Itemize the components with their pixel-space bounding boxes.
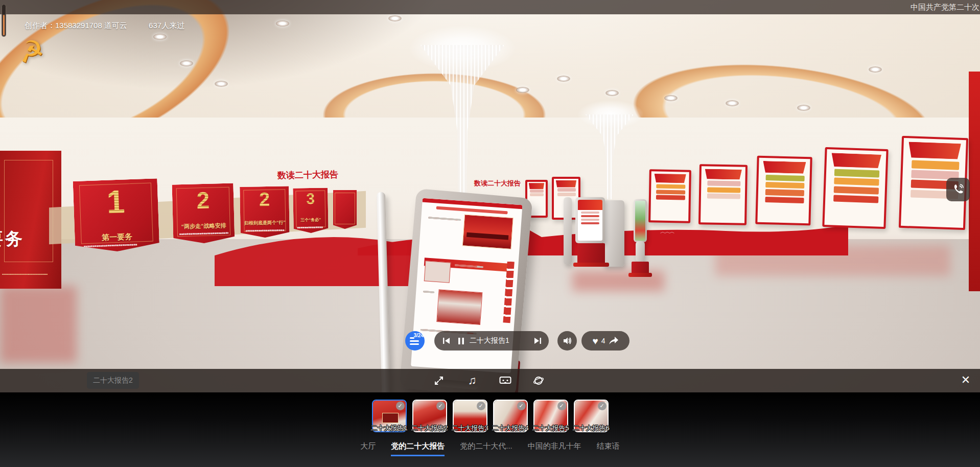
pause-icon[interactable] [458, 337, 464, 345]
check-icon: ✓ [517, 402, 526, 410]
kiosk-vertical-screen[interactable] [634, 199, 647, 242]
thumbnail-label: 二十大报告3 [451, 424, 489, 433]
ceiling-light [153, 34, 167, 40]
share-icon[interactable] [609, 336, 619, 345]
like-heart-icon[interactable]: ♥ [592, 336, 598, 346]
zoom-slider-thumb[interactable] [3, 15, 5, 35]
music-icon: ♫ [468, 374, 477, 387]
panel-caption: ▪▪▪▪▪▪▪▪▪▪▪▪▪▪▪▪▪▪▪▪▪▪▪▪▪▪▪▪▪▪▪▪▪▪▪▪ [2, 272, 53, 281]
little-planet-button[interactable] [531, 374, 546, 387]
ceiling-light [869, 66, 882, 73]
section-tabs: 大厅 党的二十大报告 党的二十大代... 中国的非凡十年 结束语 [0, 441, 980, 456]
check-icon: ✓ [598, 402, 606, 410]
tour-title: 中国共产党第二十次全 [911, 3, 980, 12]
check-icon: ✓ [396, 402, 405, 410]
top-bar [0, 0, 980, 14]
thumbnail-strip: ✓ 二十大报告1 ✓ 二十大报告2 ✓ 二十大报告3 ✓ 二十大报告4 ✓ [0, 400, 980, 432]
ceiling-light [726, 100, 739, 106]
thumbnail-label: 二十大报告5 [531, 424, 570, 433]
creator-label: 创作者：13583291708 道可云 [25, 21, 127, 30]
speaker-icon [562, 336, 572, 346]
creator-info: 创作者：13583291708 道可云 637人来过 [25, 21, 184, 31]
ceiling-light [276, 20, 289, 27]
ceiling-light [516, 87, 529, 93]
check-icon: ✓ [436, 402, 445, 410]
next-icon[interactable] [533, 337, 542, 345]
ceiling-light [557, 76, 570, 82]
kiosk-neck [636, 241, 645, 262]
ceiling-light [605, 90, 619, 96]
wall-poster [648, 169, 691, 223]
vr-goggles-icon [499, 376, 511, 385]
music-button[interactable]: ♫ [465, 374, 479, 387]
thumbnail-scene-4[interactable]: ✓ 二十大报告4 [493, 400, 528, 432]
thumbnail-scene-6[interactable]: ✓ 二十大报告6 [574, 400, 609, 432]
phone-call-button[interactable] [946, 178, 970, 201]
bottom-dock: ✓ 二十大报告1 ✓ 二十大报告2 ✓ 二十大报告3 ✓ 二十大报告4 ✓ [0, 392, 980, 467]
fullscreen-icon [434, 376, 444, 386]
kiosk-base-plate [628, 273, 652, 277]
zoom-slider[interactable] [2, 4, 6, 37]
like-share-group: ♥ 4 [581, 331, 629, 351]
ceiling-light [215, 81, 228, 87]
touch-kiosk[interactable] [399, 189, 532, 392]
player-bar: 二十大报告1 [434, 331, 549, 351]
tab-hall[interactable]: 大厅 [360, 441, 376, 456]
playlist-progress-badge: 3/24 [414, 333, 424, 338]
playlist-icon [410, 337, 419, 346]
planet-icon [533, 375, 544, 386]
panel-number: 3 [293, 190, 328, 207]
thumbnail-label: 二十大报告4 [491, 424, 530, 433]
chevron-pattern: ︿︿︿ [660, 228, 674, 236]
wall-poster [698, 164, 748, 225]
thumbnail-scene-5[interactable]: ✓ 二十大报告5 [533, 400, 568, 432]
right-red-strip [969, 72, 980, 291]
current-scene-label: 二十大报告1 [470, 336, 509, 345]
vr-mode-button[interactable] [498, 374, 512, 387]
ceiling-light [180, 60, 193, 66]
thumbnail-label: 二十大报告2 [410, 424, 449, 433]
panel-number: 2 [172, 185, 234, 215]
floor-reflection [0, 286, 77, 363]
tab-20th-congress-delegates[interactable]: 党的二十大代... [460, 441, 512, 456]
previous-icon[interactable] [442, 337, 451, 345]
kiosk-side-panel [564, 197, 572, 265]
check-icon: ✓ [477, 402, 485, 410]
playlist-button[interactable]: 3/24 [405, 331, 425, 351]
exhibit-panel-1: 1 第一要务 ■■■■■■■■■■■■■■■■■■■■■■■■■■■■■ [73, 178, 160, 253]
kiosk-column [603, 200, 624, 267]
wall-poster [822, 147, 888, 229]
ceiling-light [388, 15, 402, 21]
thumbnail-label: 二十大报告6 [572, 424, 611, 433]
thumbnail-scene-2[interactable]: ✓ 二十大报告2 [412, 400, 447, 432]
close-button[interactable]: ✕ [959, 373, 973, 387]
wall-title-center: 数读二十大报告 [474, 179, 521, 188]
thumbnail-label: 二十大报告1 [370, 424, 409, 433]
volume-button[interactable] [557, 331, 577, 351]
left-wall-text: 要务 [0, 227, 25, 251]
tab-20th-congress-report[interactable]: 党的二十大报告 [391, 441, 445, 456]
panel-number: 1 [73, 181, 158, 222]
ceiling-light [664, 95, 678, 101]
fullscreen-button[interactable] [432, 374, 446, 387]
kiosk-base-plate [573, 263, 609, 267]
check-icon: ✓ [557, 402, 566, 410]
panel-number: 2 [240, 188, 289, 211]
thumbnail-scene-3[interactable]: ✓ 二十大报告3 [453, 400, 487, 432]
kiosk-screen[interactable] [575, 197, 605, 243]
kiosk-pedestal [632, 262, 649, 274]
ceiling-light [797, 105, 810, 111]
vr-tour-viewer: 要务 ▪▪▪▪▪▪▪▪▪▪▪▪▪▪▪▪▪▪▪▪▪▪▪▪▪▪▪▪▪▪▪▪▪▪▪▪ … [0, 0, 980, 467]
scene-tooltip: 二十大报告2 [87, 372, 139, 389]
wall-title-left: 数读二十大报告 [277, 169, 338, 181]
tab-conclusion[interactable]: 结束语 [597, 441, 620, 456]
like-count: 4 [601, 337, 605, 345]
bottom-toolbar: 二十大报告2 ♫ ✕ [0, 369, 980, 392]
visitor-count: 637人来过 [149, 21, 184, 30]
tab-extraordinary-decade[interactable]: 中国的非凡十年 [528, 441, 581, 456]
kiosk-pedestal [577, 243, 605, 264]
phone-icon [951, 183, 965, 196]
wall-poster [755, 156, 812, 226]
thumbnail-scene-1[interactable]: ✓ 二十大报告1 [372, 400, 407, 432]
